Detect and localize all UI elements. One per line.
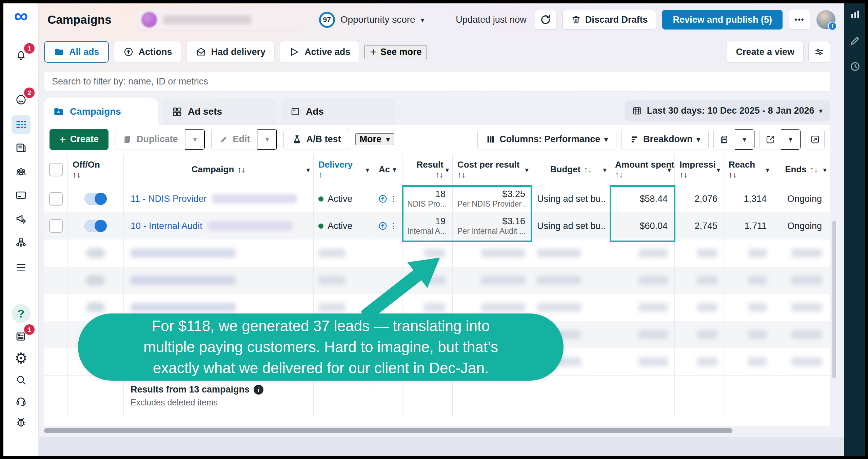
reports-button[interactable] xyxy=(714,129,735,150)
see-more-button[interactable]: + See more xyxy=(364,45,427,59)
reports-dropdown[interactable]: ▾ xyxy=(735,129,754,150)
campaign-link[interactable]: 11 - NDIS Provider xyxy=(131,194,309,204)
export-button[interactable] xyxy=(760,129,781,150)
sidebar-item-report-bug[interactable] xyxy=(12,413,31,432)
sidebar-item-business-assets[interactable] xyxy=(12,232,31,251)
rail-item-edit[interactable] xyxy=(849,35,861,47)
edit-button[interactable]: Edit xyxy=(212,129,257,150)
blurred-text xyxy=(131,249,236,257)
sidebar-item-support[interactable] xyxy=(12,391,31,410)
column-header-cost-per-result[interactable]: Cost per result ↑↓ ▾ xyxy=(453,154,532,185)
sidebar-item-search[interactable] xyxy=(12,370,31,389)
column-header-ends[interactable]: Ends ↑↓ ▾ xyxy=(773,154,830,185)
create-button[interactable]: + Create xyxy=(50,129,108,150)
chevron-down-icon: ▾ xyxy=(193,136,197,143)
blurred-cell xyxy=(68,267,124,294)
duplicate-dropdown[interactable]: ▾ xyxy=(185,129,205,150)
chart-view-button[interactable] xyxy=(806,129,825,150)
reach-cell: 1,711 xyxy=(724,212,773,240)
create-view-button[interactable]: Create a view xyxy=(727,41,804,63)
left-sidebar: ∞ 1 2 xyxy=(3,3,39,456)
tab-ads[interactable]: Ads xyxy=(281,98,395,125)
play-arrow-icon xyxy=(289,46,300,57)
user-avatar[interactable]: f xyxy=(816,10,835,29)
sidebar-item-account-overview[interactable]: 2 xyxy=(12,90,31,109)
campaign-toggle[interactable] xyxy=(84,220,107,232)
table-toolbar: + Create Duplicate ▾ Edit xyxy=(44,125,830,154)
filter-right-actions: Create a view xyxy=(727,41,830,63)
column-header-reach[interactable]: Reach ↑↓ ▾ xyxy=(724,154,773,185)
blurred-text xyxy=(481,303,525,312)
row-checkbox[interactable] xyxy=(49,219,63,233)
sidebar-item-audiences[interactable] xyxy=(12,162,31,181)
rail-item-insights[interactable] xyxy=(849,8,861,20)
blurred-cell xyxy=(675,267,724,294)
column-header-amount-spent[interactable]: Amount spent ↑↓ ▾ xyxy=(610,154,675,185)
boost-action-button[interactable]: ⋮ xyxy=(378,221,397,231)
search-input[interactable] xyxy=(44,71,830,92)
blurred-cell xyxy=(44,240,68,267)
main-content: Campaigns 97 Opportunity score ▾ Updated… xyxy=(39,3,844,456)
sidebar-item-help[interactable]: ? xyxy=(12,304,31,323)
sort-icon: ↑↓ xyxy=(457,170,527,179)
export-dropdown[interactable]: ▾ xyxy=(781,129,801,150)
sidebar-item-pages[interactable] xyxy=(12,138,31,157)
ab-test-button[interactable]: A/B test xyxy=(283,129,349,150)
column-header-result[interactable]: Result ↑↓ ▾ xyxy=(402,154,453,185)
hamburger-menu-icon xyxy=(15,261,27,273)
impressions-cell: 2,076 xyxy=(675,185,724,212)
refresh-button[interactable] xyxy=(535,10,556,30)
blurred-cell xyxy=(773,240,830,267)
filter-actions[interactable]: Actions xyxy=(114,41,181,63)
vertical-scrollbar[interactable] xyxy=(832,221,836,378)
blurred-text xyxy=(638,303,668,312)
discard-drafts-button[interactable]: Discard Drafts xyxy=(563,10,656,30)
account-switcher[interactable] xyxy=(137,9,300,30)
breakdown-button[interactable]: Breakdown ▾ xyxy=(621,129,709,150)
columns-button[interactable]: Columns: Performance ▾ xyxy=(477,129,616,150)
row-checkbox[interactable] xyxy=(49,192,63,206)
tab-ad-sets[interactable]: Ad sets xyxy=(163,98,276,125)
horizontal-scrollbar[interactable] xyxy=(44,428,732,433)
column-header-impressions[interactable]: Impressi ↑↓ ▾ xyxy=(675,154,724,185)
filter-active-ads[interactable]: Active ads xyxy=(280,41,359,63)
date-range-picker[interactable]: Last 30 days: 10 Dec 2025 - 8 Jan 2026 ▾ xyxy=(625,100,830,121)
more-options-button[interactable]: ••• xyxy=(789,10,810,30)
opportunity-score[interactable]: 97 Opportunity score ▾ xyxy=(319,12,425,28)
view-settings-button[interactable] xyxy=(808,41,830,63)
info-icon[interactable]: i xyxy=(254,385,263,395)
column-header-budget[interactable]: Budget ↑↓ ▾ xyxy=(532,154,610,185)
sidebar-item-ads-settings[interactable] xyxy=(12,209,31,228)
blurred-row xyxy=(44,240,830,267)
kebab-icon: ⋮ xyxy=(389,221,397,231)
sidebar-item-updates[interactable]: 1 xyxy=(12,327,31,346)
chevron-down-icon: ▾ xyxy=(386,136,390,143)
blurred-cell xyxy=(773,348,830,375)
column-header-campaign[interactable]: Campaign ↑↓ ▾ xyxy=(124,154,314,185)
column-header-delivery[interactable]: Delivery ↑ ▾ xyxy=(314,154,373,185)
duplicate-button[interactable]: Duplicate xyxy=(115,129,185,150)
sidebar-item-billing[interactable] xyxy=(12,186,31,205)
review-publish-button[interactable]: Review and publish (5) xyxy=(662,10,783,30)
callout-line-1: For $118, we generated 37 leads — transl… xyxy=(152,315,490,337)
campaign-toggle[interactable] xyxy=(84,193,107,205)
sidebar-item-campaigns[interactable] xyxy=(12,115,31,134)
select-all-checkbox[interactable] xyxy=(49,163,63,176)
sidebar-divider xyxy=(11,72,31,72)
sidebar-item-notifications[interactable]: 1 xyxy=(12,46,31,65)
sidebar-item-settings[interactable]: ⚙ xyxy=(12,349,31,368)
sidebar-item-all-tools[interactable] xyxy=(12,258,31,277)
more-button[interactable]: More ▾ xyxy=(355,133,394,145)
tab-campaigns[interactable]: Campaigns xyxy=(44,98,158,125)
spent-cell: $60.04 xyxy=(610,212,675,240)
column-header-off-on[interactable]: Off/On ↑↓ xyxy=(68,154,124,185)
blurred-text xyxy=(791,276,822,285)
campaign-link[interactable]: 10 - Internal Audit xyxy=(131,221,309,231)
rail-item-history[interactable] xyxy=(849,60,861,73)
edit-dropdown[interactable]: ▾ xyxy=(257,129,277,150)
meta-logo[interactable]: ∞ xyxy=(12,6,31,25)
filter-all-ads[interactable]: All ads xyxy=(44,41,109,63)
filter-had-delivery[interactable]: Had delivery xyxy=(186,41,275,63)
column-header-actions[interactable]: Ac ▾ xyxy=(373,154,402,185)
boost-action-button[interactable]: ⋮ xyxy=(378,194,397,204)
